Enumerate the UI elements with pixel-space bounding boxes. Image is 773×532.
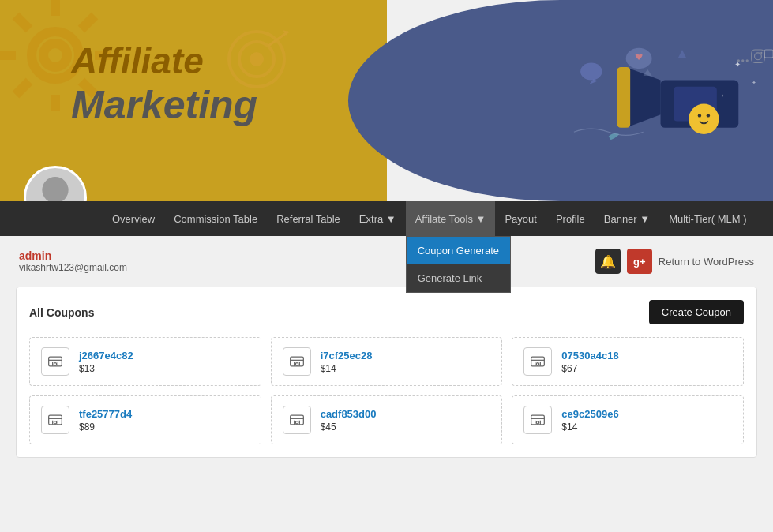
svg-rect-10 — [674, 87, 717, 122]
svg-point-26 — [737, 59, 739, 62]
svg-point-28 — [745, 59, 748, 62]
user-info-bar: admin vikashrtw123@gmail.com 🔔 g+ Return… — [16, 249, 757, 274]
coupon-card: cadf853d00 $45 — [271, 395, 503, 444]
svg-rect-36 — [290, 357, 303, 366]
coupon-icon — [523, 406, 552, 434]
nav-commission-table[interactable]: Commission Table — [164, 201, 267, 236]
coupon-icon — [283, 406, 311, 434]
svg-point-43 — [537, 363, 539, 365]
nav-affilate-tools-wrapper: Affilate Tools ▼ Coupon Generate Generat… — [406, 201, 496, 236]
coupon-code[interactable]: ce9c2509e6 — [561, 408, 618, 420]
coupon-amount: $14 — [561, 421, 618, 433]
svg-rect-51 — [290, 415, 303, 425]
svg-point-48 — [54, 421, 56, 424]
svg-rect-20 — [752, 50, 764, 62]
svg-marker-15 — [589, 79, 598, 84]
coupon-code[interactable]: i7cf25ec28 — [321, 350, 373, 362]
svg-rect-9 — [617, 67, 630, 128]
coupon-card: tfe25777d4 $89 — [29, 395, 261, 444]
content-area: admin vikashrtw123@gmail.com 🔔 g+ Return… — [0, 236, 773, 504]
dropdown-coupon-generate[interactable]: Coupon Generate — [407, 237, 510, 264]
nav-multi-tier[interactable]: Multi-Tier( MLM ) — [659, 201, 756, 236]
coupon-amount: $67 — [561, 363, 618, 374]
svg-point-27 — [741, 59, 744, 62]
coupon-icon — [41, 406, 69, 434]
svg-text:✦: ✦ — [752, 80, 756, 85]
svg-point-12 — [698, 114, 701, 117]
affilate-tools-dropdown: Coupon Generate Generate Link — [406, 236, 511, 293]
coupon-info: ce9c2509e6 $14 — [561, 408, 618, 433]
svg-text:✦: ✦ — [721, 93, 724, 98]
coupon-amount: $14 — [321, 363, 373, 374]
user-name: admin — [19, 249, 127, 262]
svg-point-29 — [42, 177, 68, 201]
svg-point-33 — [54, 363, 56, 365]
nav-payout[interactable]: Payout — [495, 201, 546, 236]
coupon-code[interactable]: tfe25777d4 — [79, 408, 132, 420]
nav-affilate-tools[interactable]: Affilate Tools ▼ — [406, 201, 496, 236]
navbar: Overview Commission Table Referral Table… — [0, 201, 773, 236]
coupon-icon — [523, 347, 552, 376]
coupon-card: ce9c2509e6 $14 — [512, 395, 744, 444]
banner-decorations: ✦ ✦ ✦ — [539, 0, 773, 201]
user-email: vikashrtw123@gmail.com — [19, 262, 127, 273]
dropdown-generate-link[interactable]: Generate Link — [407, 264, 510, 292]
bell-button[interactable]: 🔔 — [595, 249, 621, 274]
svg-marker-8 — [626, 67, 661, 128]
coupon-info: cadf853d00 $45 — [321, 408, 377, 433]
svg-point-16 — [626, 48, 652, 69]
coupon-info: j2667e4c82 $13 — [79, 350, 133, 374]
coupon-card: 07530a4c18 $67 — [512, 337, 744, 386]
coupons-title: All Coupons — [29, 306, 94, 319]
coupon-card: i7cf25ec28 $14 — [271, 337, 503, 386]
nav-referral-table[interactable]: Referral Table — [267, 201, 350, 236]
svg-point-14 — [580, 63, 602, 81]
coupon-info: 07530a4c18 $67 — [561, 350, 618, 374]
svg-rect-41 — [531, 357, 545, 366]
coupons-section: All Coupons Create Coupon j2667e4c82 $13 — [16, 287, 757, 458]
svg-point-53 — [295, 421, 298, 424]
coupon-amount: $89 — [79, 421, 132, 433]
svg-point-1 — [43, 43, 67, 67]
nav-profile[interactable]: Profile — [546, 201, 595, 236]
svg-point-22 — [760, 52, 762, 54]
nav-banner[interactable]: Banner ▼ — [595, 201, 659, 236]
svg-point-38 — [295, 363, 298, 365]
coupons-grid: j2667e4c82 $13 i7cf25ec28 $14 — [29, 337, 744, 444]
coupon-icon — [41, 347, 69, 376]
coupon-amount: $45 — [321, 421, 377, 433]
svg-marker-25 — [643, 69, 651, 76]
coupon-info: tfe25777d4 $89 — [79, 408, 132, 433]
coupons-header: All Coupons Create Coupon — [29, 300, 744, 324]
svg-rect-56 — [531, 415, 545, 425]
user-info: admin vikashrtw123@gmail.com — [19, 249, 127, 273]
coupon-card: j2667e4c82 $13 — [29, 337, 261, 386]
coupon-code[interactable]: cadf853d00 — [321, 408, 377, 420]
banner-title: Affiliate Marketing — [71, 39, 257, 128]
coupon-code[interactable]: 07530a4c18 — [561, 350, 618, 362]
svg-rect-23 — [764, 50, 773, 58]
svg-text:✦: ✦ — [734, 60, 741, 69]
svg-rect-31 — [49, 357, 62, 366]
return-to-wordpress-button[interactable]: Return to WordPress — [659, 256, 754, 268]
user-actions: 🔔 g+ Return to WordPress — [595, 249, 754, 274]
nav-extra[interactable]: Extra ▼ — [350, 201, 406, 236]
svg-point-11 — [689, 104, 719, 134]
banner: Affiliate Marketing — [0, 0, 773, 201]
svg-rect-7 — [660, 80, 738, 127]
banner-right: ✦ ✦ ✦ — [348, 0, 773, 201]
nav-overview[interactable]: Overview — [103, 201, 164, 236]
svg-point-58 — [537, 421, 539, 424]
coupon-icon — [283, 347, 311, 376]
coupon-info: i7cf25ec28 $14 — [321, 350, 373, 374]
coupon-amount: $13 — [79, 363, 133, 374]
svg-point-21 — [754, 53, 761, 60]
return-label: Return to WordPress — [659, 256, 754, 268]
google-plus-button[interactable]: g+ — [627, 249, 652, 274]
svg-point-13 — [707, 114, 710, 117]
coupon-code[interactable]: j2667e4c82 — [79, 350, 133, 362]
create-coupon-button[interactable]: Create Coupon — [649, 300, 744, 324]
svg-marker-24 — [677, 50, 686, 58]
svg-rect-46 — [49, 415, 62, 425]
